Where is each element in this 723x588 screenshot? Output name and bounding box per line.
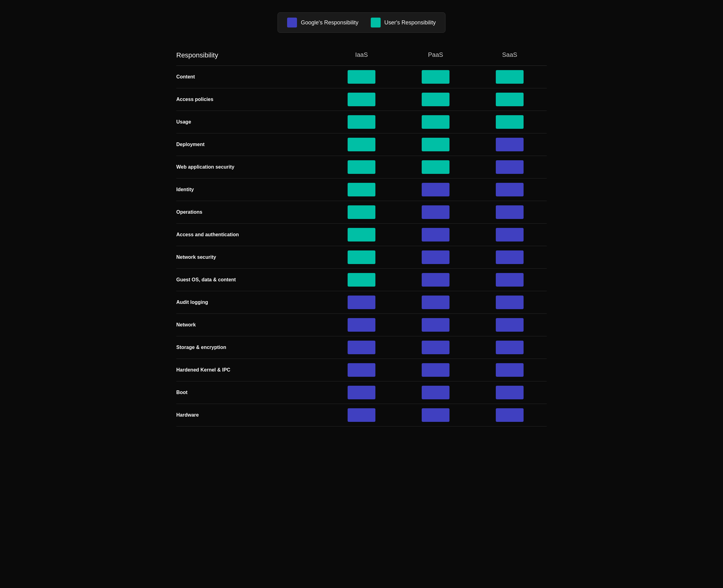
row-cell-saas: [473, 115, 547, 129]
legend-item-user: User's Responsibility: [371, 18, 436, 27]
badge-paas-google: [422, 273, 449, 287]
table-row: Access policies: [176, 88, 547, 111]
row-cell-paas: [399, 250, 473, 264]
row-cell-paas: [399, 138, 473, 151]
row-cell-saas: [473, 70, 547, 84]
badge-iaas-user: [347, 93, 376, 106]
badge-iaas-user: [347, 70, 376, 84]
row-cell-saas: [473, 205, 547, 219]
row-label: Access policies: [176, 97, 324, 102]
responsibility-table: Responsibility IaaS PaaS SaaS ContentAcc…: [176, 48, 547, 426]
badge-iaas-google: [347, 341, 376, 354]
badge-paas-google: [422, 341, 449, 354]
badge-saas-google: [496, 250, 524, 264]
table-row: Hardware: [176, 404, 547, 426]
row-cell-saas: [473, 93, 547, 106]
badge-iaas-google: [347, 386, 376, 399]
row-cell-iaas: [324, 93, 399, 106]
row-cell-paas: [399, 318, 473, 332]
table-row: Usage: [176, 111, 547, 133]
row-cell-saas: [473, 341, 547, 354]
row-cell-paas: [399, 273, 473, 287]
badge-paas-google: [422, 183, 449, 196]
row-cell-iaas: [324, 296, 399, 309]
table-row: Identity: [176, 178, 547, 201]
row-cell-paas: [399, 93, 473, 106]
row-cell-saas: [473, 296, 547, 309]
badge-saas-user: [496, 93, 524, 106]
badge-paas-google: [422, 386, 449, 399]
badge-iaas-user: [347, 250, 376, 264]
badge-saas-google: [496, 318, 524, 332]
badge-iaas-google: [347, 296, 376, 309]
row-label: Operations: [176, 209, 324, 215]
row-cell-iaas: [324, 70, 399, 84]
row-cell-saas: [473, 250, 547, 264]
user-legend-label: User's Responsibility: [384, 19, 436, 26]
badge-saas-google: [496, 386, 524, 399]
row-cell-iaas: [324, 408, 399, 422]
row-label: Deployment: [176, 142, 324, 147]
row-cell-iaas: [324, 115, 399, 129]
badge-saas-user: [496, 115, 524, 129]
badge-saas-google: [496, 408, 524, 422]
badge-iaas-user: [347, 273, 376, 287]
legend-item-google: Google's Responsibility: [287, 18, 358, 27]
badge-iaas-user: [347, 183, 376, 196]
badge-saas-google: [496, 160, 524, 174]
table-row: Web application security: [176, 156, 547, 178]
badge-paas-user: [422, 160, 449, 174]
row-cell-iaas: [324, 183, 399, 196]
badge-saas-google: [496, 183, 524, 196]
row-label: Usage: [176, 119, 324, 125]
legend-container: Google's Responsibility User's Responsib…: [12, 12, 711, 33]
row-cell-paas: [399, 160, 473, 174]
badge-iaas-user: [347, 138, 376, 151]
row-label: Web application security: [176, 164, 324, 170]
badge-paas-google: [422, 205, 449, 219]
row-cell-paas: [399, 408, 473, 422]
badge-iaas-user: [347, 205, 376, 219]
badge-paas-google: [422, 318, 449, 332]
row-cell-paas: [399, 296, 473, 309]
row-cell-iaas: [324, 228, 399, 241]
table-row: Storage & encryption: [176, 336, 547, 359]
row-cell-saas: [473, 138, 547, 151]
row-cell-saas: [473, 408, 547, 422]
legend: Google's Responsibility User's Responsib…: [278, 12, 445, 33]
row-cell-paas: [399, 183, 473, 196]
row-label: Hardened Kernel & IPC: [176, 367, 324, 373]
google-color-swatch: [287, 18, 297, 27]
row-cell-paas: [399, 115, 473, 129]
badge-paas-user: [422, 70, 449, 84]
row-label: Storage & encryption: [176, 345, 324, 350]
badge-iaas-google: [347, 363, 376, 377]
badge-paas-google: [422, 250, 449, 264]
row-cell-saas: [473, 228, 547, 241]
badge-saas-user: [496, 70, 524, 84]
row-label: Identity: [176, 187, 324, 192]
table-row: Hardened Kernel & IPC: [176, 359, 547, 381]
row-cell-iaas: [324, 363, 399, 377]
row-cell-iaas: [324, 273, 399, 287]
row-label: Access and authentication: [176, 232, 324, 237]
badge-paas-user: [422, 93, 449, 106]
row-cell-saas: [473, 363, 547, 377]
row-cell-saas: [473, 183, 547, 196]
row-cell-iaas: [324, 318, 399, 332]
row-cell-paas: [399, 341, 473, 354]
badge-paas-google: [422, 408, 449, 422]
header-iaas: IaaS: [324, 51, 399, 59]
badge-saas-google: [496, 138, 524, 151]
user-color-swatch: [371, 18, 381, 27]
table-row: Boot: [176, 381, 547, 404]
header-saas: SaaS: [473, 51, 547, 59]
badge-paas-google: [422, 296, 449, 309]
row-label: Network: [176, 322, 324, 328]
row-cell-iaas: [324, 386, 399, 399]
badge-paas-google: [422, 228, 449, 241]
table-row: Operations: [176, 201, 547, 224]
table-header: Responsibility IaaS PaaS SaaS: [176, 48, 547, 66]
row-label: Network security: [176, 254, 324, 260]
row-cell-saas: [473, 318, 547, 332]
